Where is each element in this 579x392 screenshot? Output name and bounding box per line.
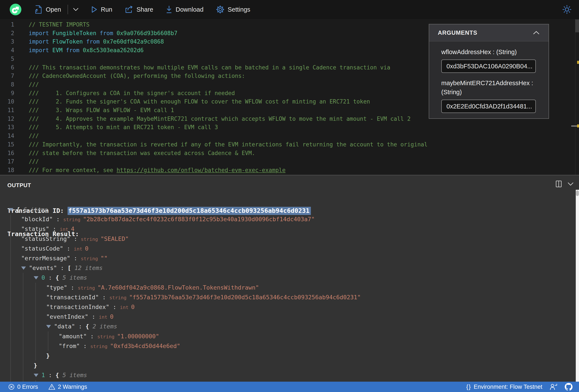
- code-segment-link[interactable]: https://github.com/onflow/batched-evm-ex…: [117, 167, 286, 173]
- colon: :: [80, 343, 90, 349]
- open-button[interactable]: Open: [35, 5, 61, 14]
- json-row-content: }: [46, 351, 50, 361]
- line-number: 7: [0, 72, 14, 80]
- item-count: 6 items: [20, 206, 48, 213]
- indent-guide: [10, 214, 11, 224]
- indent-guide: [10, 253, 11, 263]
- output-scrollbar-thumb[interactable]: [576, 190, 579, 196]
- json-key: "transactionIndex": [46, 304, 109, 310]
- editor-scrollbar-thumb[interactable]: [575, 19, 579, 32]
- app: { "colors": { "flow_green": "#3FE28D", "…: [0, 0, 579, 392]
- type-label: string: [109, 295, 127, 300]
- indent-guide: [10, 234, 11, 244]
- settings-button[interactable]: Settings: [216, 5, 250, 14]
- feedback-person-icon[interactable]: [550, 383, 557, 391]
- download-button[interactable]: Download: [166, 5, 204, 14]
- json-tree-row: "status" : int4: [0, 224, 579, 234]
- github-icon[interactable]: [565, 383, 573, 391]
- theme-toggle-sun-icon[interactable]: [562, 5, 572, 14]
- json-tree-row: "type" : string"A.7e60df042a9c0868.FlowT…: [0, 283, 579, 292]
- code-text: /// 3. Wraps FLOW as WFLOW - EVM call 1: [29, 106, 174, 114]
- code-segment-com: /// CadenceOwnedAccount (COA), performin…: [29, 73, 245, 79]
- code-text: /// 2. Funds the signer's COA with enoug…: [29, 97, 370, 106]
- warning-triangle-icon: [48, 384, 55, 390]
- arguments-panel-header[interactable]: ARGUMENTS: [429, 24, 549, 41]
- json-row-content: "from" : string"0xfd3b4cd50d44e6ed": [59, 341, 180, 351]
- line-number: 11: [0, 106, 14, 114]
- collapse-chevron-up-icon[interactable]: [533, 31, 540, 35]
- array-index: 1: [41, 372, 45, 378]
- indent-guide: [35, 322, 36, 331]
- code-text: /// Importantly, the transaction is reve…: [29, 140, 428, 149]
- argument-label: wflowAddressHex : (String): [441, 48, 536, 56]
- expand-triangle-icon[interactable]: [34, 374, 38, 377]
- settings-label: Settings: [228, 6, 250, 13]
- maybe-mint-erc721-address-input[interactable]: [441, 100, 536, 113]
- collapse-output-chevron-icon[interactable]: [567, 182, 574, 186]
- line-number: 3: [0, 37, 14, 46]
- indent-guide: [10, 351, 11, 361]
- code-segment-addr: 0x9a0766d93b6608b7: [117, 30, 177, 36]
- colon: :: [88, 313, 99, 320]
- errors-status[interactable]: 0 Errors: [8, 384, 38, 390]
- run-play-icon: [91, 6, 97, 13]
- code-segment-kw: import: [29, 30, 53, 36]
- json-tree-row: 0 : { 5 items: [0, 273, 579, 282]
- code-segment-kw: import: [29, 47, 53, 54]
- type-label: string: [97, 334, 114, 339]
- item-count: 5 items: [59, 274, 87, 281]
- line-number: 8: [0, 80, 14, 89]
- flow-logo-icon[interactable]: [9, 3, 22, 15]
- split-view-icon[interactable]: [556, 180, 562, 187]
- json-key: "blockId": [21, 216, 53, 223]
- indent-guide: [35, 283, 36, 292]
- colon: :: [70, 255, 81, 262]
- code-text: ///: [29, 157, 39, 166]
- indent-guide: [10, 322, 11, 331]
- indent-guide: [10, 244, 11, 253]
- arguments-body: wflowAddressHex : (String) maybeMintERC7…: [429, 41, 549, 118]
- expand-triangle-icon[interactable]: [34, 276, 38, 280]
- type-label: int: [60, 227, 69, 232]
- warning-marker: [577, 61, 579, 64]
- array-index: 0: [41, 274, 45, 281]
- code-text: /// 5. Attempts to mint an ERC721 token …: [29, 123, 218, 131]
- indent-guide: [10, 361, 11, 370]
- wflow-address-input[interactable]: [441, 59, 536, 73]
- line-number: 1: [0, 20, 14, 29]
- code-segment-com: /// 1. Configures a COA in the signer's …: [29, 90, 235, 96]
- output-title: OUTPUT: [7, 182, 31, 189]
- indent-guide: [23, 380, 23, 382]
- code-segment-typ: FungibleToken: [53, 30, 100, 36]
- expand-triangle-icon[interactable]: [46, 325, 51, 328]
- expand-triangle-icon[interactable]: [21, 267, 26, 270]
- share-button[interactable]: Share: [125, 6, 153, 13]
- json-key: "from": [59, 343, 80, 349]
- json-tree-row: "errorMessage" : string"": [0, 253, 579, 263]
- json-key: "amount": [59, 333, 87, 339]
- json-row-content: "blockId" : string"2b28cbfb87da2cfec4f02…: [21, 214, 315, 224]
- open-dropdown-chevron-icon[interactable]: [73, 8, 79, 11]
- json-tree-row: 1 : { 5 items: [0, 370, 579, 380]
- errors-label: 0 Errors: [17, 384, 38, 390]
- json-tree-row: "statusCode" : int0: [0, 244, 579, 253]
- code-segment-addr: 0x7e60df042a9c0868: [103, 38, 164, 45]
- code-text: import EVM from 0x8c5303eaa26202d6: [29, 46, 144, 55]
- line-number: 14: [0, 131, 14, 140]
- code-segment-com: /// 5. Attempts to mint an ERC721 token …: [29, 124, 218, 130]
- json-key: "transactionId": [46, 294, 99, 301]
- environment-selector[interactable]: {} Environment: Flow Testnet: [466, 383, 542, 390]
- toolbar: Open Run Share: [0, 0, 579, 19]
- code-text: /// 4. Approves the example MaybeMintERC…: [29, 114, 411, 123]
- indent-guide: [10, 312, 11, 322]
- run-button[interactable]: Run: [91, 6, 112, 13]
- colon: :: [57, 265, 68, 271]
- type-label: int: [120, 305, 129, 310]
- json-row-content: "eventIndex" : int0: [46, 312, 114, 322]
- warnings-status[interactable]: 2 Warnings: [48, 384, 87, 390]
- expand-triangle-icon[interactable]: [9, 208, 13, 211]
- colon: :: [53, 216, 63, 223]
- output-scrollbar[interactable]: [576, 190, 579, 382]
- json-row-content: }: [34, 361, 37, 370]
- code-segment-com: /// For more context, see: [29, 167, 117, 173]
